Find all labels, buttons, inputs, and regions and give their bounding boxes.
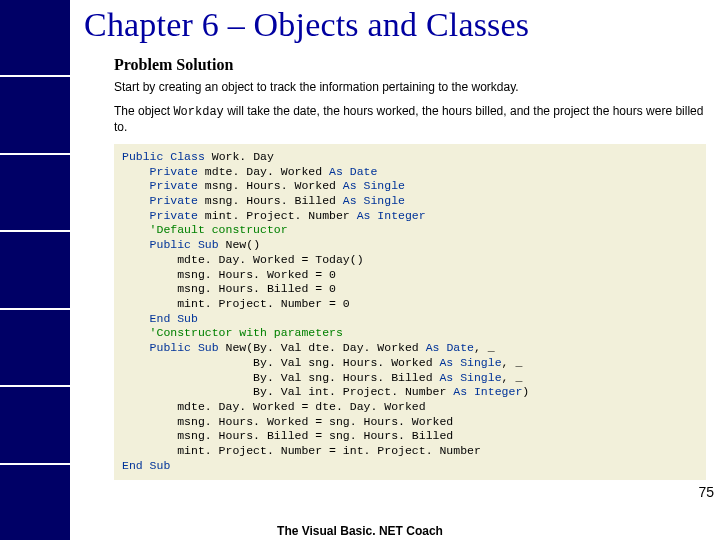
- code-kw: As Single: [343, 179, 405, 192]
- book-title-footer: The Visual Basic. NET Coach: [0, 524, 720, 538]
- sidebar-block: [0, 0, 70, 75]
- code-kw: Public Sub: [122, 341, 219, 354]
- code-kw: Private: [122, 165, 198, 178]
- sidebar-block: [0, 155, 70, 230]
- code-kw: As Date: [329, 165, 377, 178]
- code-kw: Private: [122, 209, 198, 222]
- paragraph-2: The object Workday will take the date, t…: [114, 104, 706, 136]
- code-kw: End Sub: [122, 459, 170, 472]
- code-kw: As Single: [439, 356, 501, 369]
- code-text: msng. Hours. Billed = sng. Hours. Billed: [122, 429, 453, 442]
- sidebar-block: [0, 77, 70, 152]
- code-text: New(By. Val dte. Day. Worked: [219, 341, 426, 354]
- code-kw: As Date: [426, 341, 474, 354]
- section-title: Problem Solution: [114, 56, 706, 74]
- code-text: By. Val sng. Hours. Billed: [122, 371, 439, 384]
- code-text: ): [522, 385, 529, 398]
- code-text: , _: [474, 341, 495, 354]
- sidebar-block: [0, 310, 70, 385]
- sidebar-block: [0, 232, 70, 307]
- code-kw: As Integer: [453, 385, 522, 398]
- code-text: New(): [219, 238, 260, 251]
- code-kw: As Single: [343, 194, 405, 207]
- sidebar-block: [0, 387, 70, 462]
- code-text: By. Val int. Project. Number: [122, 385, 453, 398]
- code-kw: Public Class: [122, 150, 205, 163]
- code-text: msng. Hours. Worked = 0: [122, 268, 336, 281]
- decorative-sidebar: [0, 0, 70, 540]
- code-text: mint. Project. Number: [198, 209, 357, 222]
- code-text: mint. Project. Number = 0: [122, 297, 350, 310]
- code-text: msng. Hours. Billed: [198, 194, 343, 207]
- code-text: By. Val sng. Hours. Worked: [122, 356, 439, 369]
- code-text: , _: [502, 371, 523, 384]
- code-kw: End Sub: [122, 312, 198, 325]
- code-kw: Private: [122, 179, 198, 192]
- code-kw: Public Sub: [122, 238, 219, 251]
- code-kw: As Single: [439, 371, 501, 384]
- paragraph-1: Start by creating an object to track the…: [114, 80, 706, 96]
- code-text: msng. Hours. Billed = 0: [122, 282, 336, 295]
- code-text: msng. Hours. Worked = sng. Hours. Worked: [122, 415, 453, 428]
- chapter-title: Chapter 6 – Objects and Classes: [84, 6, 706, 44]
- para2-part-a: The object: [114, 104, 173, 118]
- code-text: msng. Hours. Worked: [198, 179, 343, 192]
- para2-mono: Workday: [173, 105, 223, 119]
- page-number: 75: [698, 484, 714, 500]
- code-text: mint. Project. Number = int. Project. Nu…: [122, 444, 481, 457]
- slide-content: Chapter 6 – Objects and Classes Problem …: [70, 0, 720, 480]
- code-comment: 'Default constructor: [122, 223, 288, 236]
- code-text: mdte. Day. Worked = Today(): [122, 253, 364, 266]
- code-text: Work. Day: [205, 150, 274, 163]
- code-text: , _: [502, 356, 523, 369]
- code-block: Public Class Work. Day Private mdte. Day…: [114, 144, 706, 480]
- code-kw: Private: [122, 194, 198, 207]
- code-comment: 'Constructor with parameters: [122, 326, 343, 339]
- code-text: mdte. Day. Worked = dte. Day. Worked: [122, 400, 426, 413]
- code-text: mdte. Day. Worked: [198, 165, 329, 178]
- code-kw: As Integer: [357, 209, 426, 222]
